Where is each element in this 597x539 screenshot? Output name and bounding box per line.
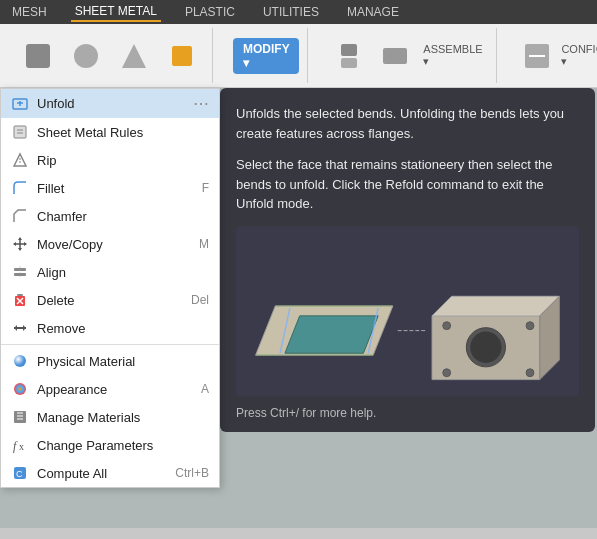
menu-item-fillet[interactable]: Fillet F bbox=[1, 174, 219, 202]
computeall-shortcut: Ctrl+B bbox=[175, 466, 209, 480]
assemble-label[interactable]: ASSEMBLE ▾ bbox=[423, 43, 487, 68]
toolbar-area: MODIFY ▾ ASSEMBLE ▾ CONFIGURE ▾ CONS bbox=[0, 24, 597, 88]
toolbar-btn-1[interactable] bbox=[16, 31, 60, 81]
svg-point-59 bbox=[526, 368, 534, 376]
modify-dropdown-menu: Unfold ⋯ Sheet Metal Rules Rip bbox=[0, 88, 220, 488]
fx-icon: f x bbox=[11, 436, 29, 454]
top-navigation: MESH SHEET METAL PLASTIC UTILITIES MANAG… bbox=[0, 0, 597, 24]
menu-align-label: Align bbox=[37, 265, 209, 280]
svg-marker-23 bbox=[18, 237, 22, 240]
tooltip-paragraph1: Unfolds the selected bends. Unfolding th… bbox=[236, 104, 579, 143]
menu-computeall-label: Compute All bbox=[37, 466, 167, 481]
appearance-icon bbox=[11, 380, 29, 398]
svg-point-37 bbox=[14, 355, 26, 367]
toolbar-section-left bbox=[8, 28, 213, 83]
svg-point-55 bbox=[470, 331, 501, 362]
svg-marker-52 bbox=[432, 296, 559, 316]
svg-point-58 bbox=[443, 368, 451, 376]
svg-rect-4 bbox=[341, 44, 357, 56]
svg-text:C: C bbox=[16, 469, 23, 479]
nav-mesh[interactable]: MESH bbox=[8, 3, 51, 21]
assemble-btn-1[interactable] bbox=[328, 31, 369, 81]
nav-sheet-metal[interactable]: SHEET METAL bbox=[71, 2, 161, 22]
nav-plastic[interactable]: PLASTIC bbox=[181, 3, 239, 21]
toolbar-btn-3[interactable] bbox=[112, 31, 156, 81]
svg-rect-0 bbox=[26, 44, 50, 68]
rules-icon bbox=[11, 123, 29, 141]
menu-item-rip[interactable]: Rip bbox=[1, 146, 219, 174]
modify-label: MODIFY ▾ bbox=[243, 42, 289, 70]
assemble-btn-2[interactable] bbox=[374, 31, 415, 81]
tooltip-panel: Unfolds the selected bends. Unfolding th… bbox=[220, 88, 595, 432]
unfold-icon bbox=[11, 95, 29, 113]
menu-rules-label: Sheet Metal Rules bbox=[37, 125, 209, 140]
compute-icon: C bbox=[11, 464, 29, 482]
menu-delete-label: Delete bbox=[37, 293, 183, 308]
toolbar-section-configure: CONFIGURE ▾ bbox=[509, 28, 597, 83]
nav-manage[interactable]: MANAGE bbox=[343, 3, 403, 21]
svg-point-1 bbox=[74, 44, 98, 68]
menu-item-physical-material[interactable]: Physical Material bbox=[1, 347, 219, 375]
menu-item-align[interactable]: Align bbox=[1, 258, 219, 286]
fillet-shortcut: F bbox=[202, 181, 209, 195]
menu-item-change-parameters[interactable]: f x Change Parameters bbox=[1, 431, 219, 459]
menu-changeparams-label: Change Parameters bbox=[37, 438, 209, 453]
menu-appearance-label: Appearance bbox=[37, 382, 193, 397]
svg-point-38 bbox=[14, 383, 26, 395]
menu-fillet-label: Fillet bbox=[37, 181, 194, 196]
nav-utilities[interactable]: UTILITIES bbox=[259, 3, 323, 21]
move-icon bbox=[11, 235, 29, 253]
menu-item-delete[interactable]: Delete Del bbox=[1, 286, 219, 314]
menu-item-compute-all[interactable]: C Compute All Ctrl+B bbox=[1, 459, 219, 487]
menu-item-appearance[interactable]: Appearance A bbox=[1, 375, 219, 403]
tooltip-paragraph2: Select the face that remains stationeery… bbox=[236, 155, 579, 214]
svg-marker-25 bbox=[13, 242, 16, 246]
unfold-dots: ⋯ bbox=[193, 94, 209, 113]
menu-item-remove[interactable]: Remove bbox=[1, 314, 219, 342]
menu-movecopy-label: Move/Copy bbox=[37, 237, 191, 252]
menu-rip-label: Rip bbox=[37, 153, 209, 168]
svg-marker-36 bbox=[23, 325, 26, 331]
toolbar-btn-star[interactable] bbox=[160, 31, 204, 81]
menu-item-unfold[interactable]: Unfold ⋯ bbox=[1, 89, 219, 118]
menu-managematerials-label: Manage Materials bbox=[37, 410, 209, 425]
tooltip-footer: Press Ctrl+/ for more help. bbox=[236, 406, 579, 420]
toolbar-section-assemble: ASSEMBLE ▾ bbox=[320, 28, 496, 83]
svg-marker-26 bbox=[24, 242, 27, 246]
rip-icon bbox=[11, 151, 29, 169]
appearance-shortcut: A bbox=[201, 382, 209, 396]
delete-icon bbox=[11, 291, 29, 309]
menu-remove-label: Remove bbox=[37, 321, 209, 336]
menu-item-sheet-metal-rules[interactable]: Sheet Metal Rules bbox=[1, 118, 219, 146]
svg-text:x: x bbox=[19, 441, 24, 452]
svg-rect-16 bbox=[14, 126, 26, 138]
menu-item-move-copy[interactable]: Move/Copy M bbox=[1, 230, 219, 258]
main-area: Unfold ⋯ Sheet Metal Rules Rip bbox=[0, 88, 597, 528]
configure-label[interactable]: CONFIGURE ▾ bbox=[561, 43, 597, 68]
toolbar-section-modify: MODIFY ▾ bbox=[225, 28, 308, 83]
chamfer-icon bbox=[11, 207, 29, 225]
toolbar-btn-2[interactable] bbox=[64, 31, 108, 81]
remove-icon bbox=[11, 319, 29, 337]
menu-item-manage-materials[interactable]: Manage Materials bbox=[1, 403, 219, 431]
modify-dropdown-button[interactable]: MODIFY ▾ bbox=[233, 38, 299, 74]
manage-materials-icon bbox=[11, 408, 29, 426]
delete-shortcut: Del bbox=[191, 293, 209, 307]
fillet-icon bbox=[11, 179, 29, 197]
svg-marker-2 bbox=[122, 44, 146, 68]
svg-point-57 bbox=[526, 321, 534, 329]
svg-rect-33 bbox=[17, 294, 23, 296]
menu-item-chamfer[interactable]: Chamfer bbox=[1, 202, 219, 230]
tooltip-model-preview bbox=[236, 226, 579, 396]
physical-material-icon bbox=[11, 352, 29, 370]
svg-marker-50 bbox=[285, 315, 378, 352]
menu-unfold-label: Unfold bbox=[37, 96, 189, 111]
svg-marker-24 bbox=[18, 248, 22, 251]
svg-text:f: f bbox=[13, 439, 18, 453]
menu-physicalmaterial-label: Physical Material bbox=[37, 354, 209, 369]
svg-rect-3 bbox=[172, 46, 192, 66]
toolbar-row: MODIFY ▾ ASSEMBLE ▾ CONFIGURE ▾ CONS bbox=[0, 24, 597, 87]
svg-point-56 bbox=[443, 321, 451, 329]
configure-btn[interactable] bbox=[517, 31, 558, 81]
menu-divider-1 bbox=[1, 344, 219, 345]
